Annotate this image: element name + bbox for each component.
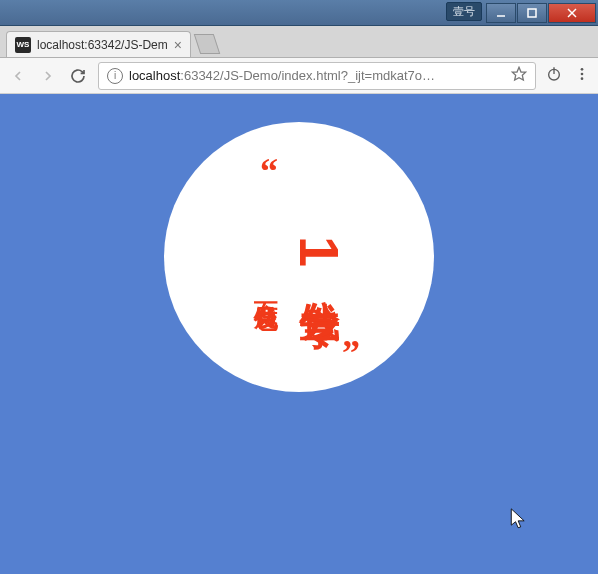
page-viewport: “ 百度钱包 1分钱专享 ” [0, 94, 598, 574]
svg-point-8 [581, 72, 584, 75]
bookmark-star-icon[interactable] [511, 66, 527, 85]
forward-button[interactable] [38, 66, 58, 86]
promo-circle: “ 百度钱包 1分钱专享 ” [164, 122, 434, 392]
tab-title: localhost:63342/JS-Dem [37, 38, 168, 52]
url-path: :63342/JS-Demo/index.html?_ijt=mdkat7o… [180, 68, 435, 83]
maximize-button[interactable] [517, 3, 547, 23]
back-button[interactable] [8, 66, 28, 86]
window-badge: 壹号 [446, 2, 482, 21]
svg-point-9 [581, 77, 584, 80]
promo-subtext: 百度钱包 [250, 283, 282, 291]
url-text: localhost:63342/JS-Demo/index.html?_ijt=… [129, 68, 505, 83]
quote-open: “ [260, 150, 278, 192]
promo-main-text: 1分钱专享 [290, 236, 349, 277]
window-titlebar: 壹号 [0, 0, 598, 26]
tab-close-icon[interactable]: × [174, 38, 182, 52]
minimize-button[interactable] [486, 3, 516, 23]
quote-close: ” [342, 332, 360, 374]
browser-tab[interactable]: WS localhost:63342/JS-Dem × [6, 31, 191, 57]
reload-button[interactable] [68, 66, 88, 86]
promo-digit: 1 [288, 236, 351, 269]
svg-marker-4 [512, 67, 525, 80]
power-icon[interactable] [546, 66, 562, 86]
new-tab-button[interactable] [194, 34, 220, 54]
svg-point-7 [581, 68, 584, 71]
menu-button[interactable] [574, 66, 590, 86]
svg-rect-1 [528, 9, 536, 17]
url-host: localhost [129, 68, 180, 83]
address-bar[interactable]: i localhost:63342/JS-Demo/index.html?_ij… [98, 62, 536, 90]
tab-strip: WS localhost:63342/JS-Dem × [0, 26, 598, 58]
mouse-cursor-icon [510, 508, 528, 532]
toolbar-right [546, 66, 590, 86]
close-button[interactable] [548, 3, 596, 23]
promo-main-chars: 分钱专享 [297, 270, 342, 278]
favicon: WS [15, 37, 31, 53]
browser-toolbar: i localhost:63342/JS-Demo/index.html?_ij… [0, 58, 598, 94]
site-info-icon[interactable]: i [107, 68, 123, 84]
